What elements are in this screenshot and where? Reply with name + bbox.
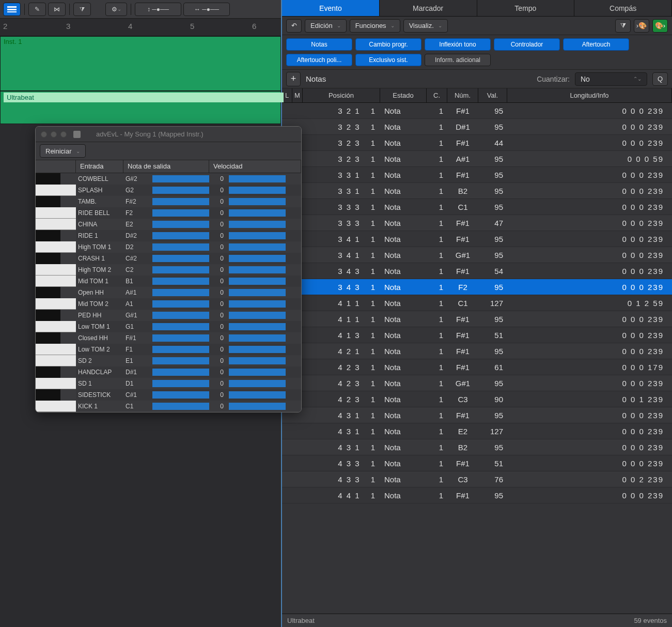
traffic-min-icon[interactable] [51,131,57,137]
output-note-bar[interactable] [152,266,209,273]
output-note-bar[interactable] [152,380,209,387]
mapping-velocity[interactable]: 0 [211,300,227,308]
mapping-velocity[interactable]: 0 [211,369,227,376]
event-row[interactable]: 3 2 31Nota1F#1440 0 0 239 [282,135,672,151]
mapping-output-note[interactable]: C1 [123,403,150,410]
piano-key[interactable] [36,401,76,412]
mapping-velocity[interactable]: 0 [211,334,227,342]
piano-key[interactable] [36,207,76,219]
filter-notas[interactable]: Notas [286,38,352,51]
timeline-ruler[interactable]: 2 3 4 5 6 [0,19,281,36]
mapping-output-note[interactable]: G#2 [123,175,150,182]
mapping-output-note[interactable]: G#1 [123,312,150,319]
piano-key[interactable] [36,173,76,185]
event-row[interactable]: 4 1 31Nota1F#1510 0 0 239 [282,327,672,343]
velocity-bar[interactable] [229,243,286,251]
mapping-output-note[interactable]: B1 [123,278,150,285]
mapping-velocity[interactable]: 0 [211,391,227,399]
mapping-output-note[interactable]: E1 [123,357,150,364]
mapping-row[interactable]: Low TOM 2F10 [36,344,301,355]
event-row[interactable]: 3 4 11Nota1F#1950 0 0 239 [282,231,672,247]
event-row[interactable]: 4 2 31Nota1F#1610 0 0 179 [282,359,672,375]
mapping-velocity[interactable]: 0 [211,175,227,182]
traffic-max-icon[interactable] [60,131,67,137]
filter-icon-button[interactable]: ⧩ [615,19,631,33]
event-row[interactable]: 3 2 11Nota1F#1950 0 0 239 [282,103,672,119]
view-mode-button[interactable] [3,3,21,16]
filter-exclusivo-sist[interactable]: Exclusivo sist. [355,54,421,66]
event-row[interactable]: 4 3 11Nota1F#1950 0 0 239 [282,407,672,423]
mapping-row[interactable]: SD 2E10 [36,355,301,366]
output-note-bar[interactable] [152,198,209,205]
output-note-bar[interactable] [152,278,209,285]
tab-compas[interactable]: Compás [574,0,672,16]
mapping-output-note[interactable]: F#2 [123,198,150,205]
tab-tempo[interactable]: Tempo [477,0,575,16]
window-titlebar[interactable]: advEvL - My Song 1 (Mapped Instr.) [36,127,301,142]
velocity-bar[interactable] [229,221,286,228]
event-row[interactable]: 4 3 31Nota1C3760 0 2 239 [282,471,672,487]
mapping-row[interactable]: Closed HHF#10 [36,332,301,344]
velocity-bar[interactable] [229,209,286,217]
reset-dropdown[interactable]: Reiniciar⌄ [40,144,86,158]
mapping-row[interactable]: COWBELLG#20 [36,173,301,185]
velocity-bar[interactable] [229,357,286,364]
piano-key[interactable] [36,310,76,321]
piano-key[interactable] [36,321,76,332]
mapping-row[interactable]: Mid TOM 2A10 [36,298,301,310]
mapping-velocity[interactable]: 0 [211,255,227,262]
mapping-row[interactable]: SD 1D10 [36,378,301,389]
output-note-bar[interactable] [152,243,209,251]
mapping-row[interactable]: KICK 1C10 [36,401,301,412]
mapping-velocity[interactable]: 0 [211,266,227,273]
event-row[interactable]: 3 2 31Nota1A#1950 0 0 59 [282,151,672,167]
tool-button-1[interactable]: ✎ [28,3,46,16]
mapping-output-note[interactable]: F2 [123,209,150,217]
velocity-bar[interactable] [229,175,286,182]
output-note-bar[interactable] [152,403,209,410]
filter-inflexion[interactable]: Inflexión tono [425,38,491,51]
edicion-menu[interactable]: Edición⌄ [305,19,347,33]
output-note-bar[interactable] [152,187,209,194]
event-list[interactable]: 3 2 11Nota1F#1950 0 0 2393 2 31Nota1D#19… [282,103,672,614]
mapping-output-note[interactable]: D#1 [123,369,150,376]
velocity-bar[interactable] [229,300,286,308]
output-note-bar[interactable] [152,232,209,239]
quantize-apply-button[interactable]: Q [652,72,668,86]
event-row[interactable]: 3 4 31Nota1F2950 0 0 239 [282,279,672,295]
output-note-bar[interactable] [152,289,209,296]
add-event-button[interactable]: + [286,72,301,86]
filter-aftertouch-poli[interactable]: Aftertouch poli... [286,54,352,66]
mapping-output-note[interactable]: G2 [123,187,150,194]
mapping-row[interactable]: Open HHA#10 [36,287,301,298]
mapping-row[interactable]: HANDCLAPD#10 [36,366,301,378]
hzoom-slider[interactable]: ↔ ─●── [183,3,230,16]
mapping-velocity[interactable]: 0 [211,232,227,239]
piano-key[interactable] [36,389,76,401]
velocity-bar[interactable] [229,187,286,194]
mapping-velocity[interactable]: 0 [211,357,227,364]
piano-key[interactable] [36,230,76,241]
tool-button-2[interactable]: ⋈ [48,3,66,16]
piano-key[interactable] [36,196,76,207]
mapping-output-note[interactable]: D2 [123,243,150,251]
mapping-row[interactable]: Mid TOM 1B10 [36,276,301,287]
filter-aftertouch[interactable]: Aftertouch [563,38,629,51]
visualiz-menu[interactable]: Visualiz.⌄ [403,19,448,33]
settings-gear-button[interactable]: ⚙︎ ⌄ [105,3,127,16]
event-row[interactable]: 3 3 31Nota1C1950 0 0 239 [282,199,672,215]
output-note-bar[interactable] [152,346,209,353]
mapping-output-note[interactable]: F1 [123,346,150,353]
mapping-output-note[interactable]: C#1 [123,391,150,399]
piano-key[interactable] [36,366,76,378]
piano-key[interactable] [36,378,76,389]
track-region-inst1[interactable]: Inst. 1 [0,36,281,91]
mapping-output-note[interactable]: C#2 [123,255,150,262]
velocity-bar[interactable] [229,334,286,342]
piano-key[interactable] [36,332,76,344]
mapping-row[interactable]: SIDESTICKC#10 [36,389,301,401]
piano-key[interactable] [36,298,76,310]
mapping-row[interactable]: SPLASHG20 [36,185,301,196]
output-note-bar[interactable] [152,300,209,308]
mapping-row[interactable]: Low TOM 1G10 [36,321,301,332]
